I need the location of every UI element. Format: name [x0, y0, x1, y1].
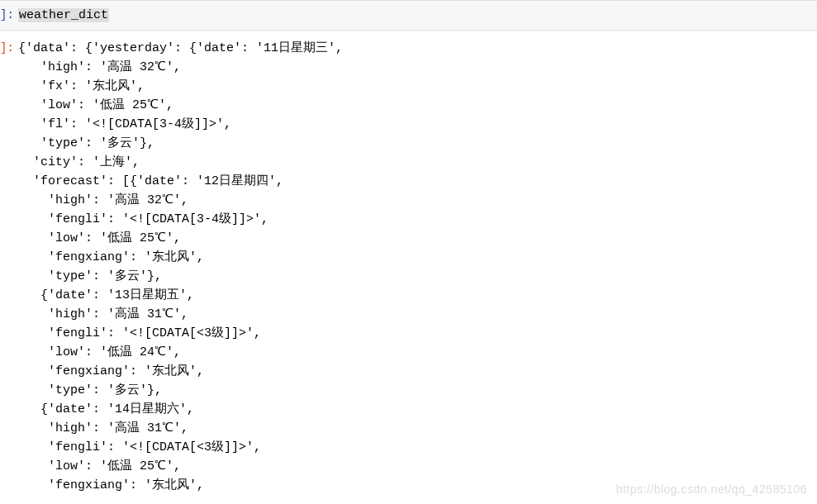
input-cell: ]: weather_dict [0, 0, 817, 31]
output-line: 'fx': '东北风', [18, 79, 145, 93]
output-line: 'fengxiang': '东北风', [18, 478, 204, 492]
output-line: 'fl': '<![CDATA[3-4级]]>', [18, 117, 231, 131]
output-line: 'high': '高温 31℃', [18, 421, 188, 435]
output-line: 'type': '多云'}, [18, 269, 162, 283]
output-line: {'date': '14日星期六', [18, 402, 194, 416]
output-cell: ]: {'data': {'yesterday': {'date': '11日星… [0, 31, 817, 498]
output-line: 'low': '低温 25℃', [18, 98, 173, 112]
input-code: weather_dict [18, 8, 109, 22]
output-line: 'fengli': '<![CDATA[3-4级]]>', [18, 212, 268, 226]
input-prompt: ]: [0, 6, 15, 25]
output-line: {'data': {'yesterday': {'date': '11日星期三'… [18, 41, 343, 55]
output-prompt: ]: [0, 39, 15, 495]
output-line: 'city': '上海', [18, 155, 140, 169]
output-line: 'fengli': '<![CDATA[<3级]]>', [18, 326, 261, 340]
output-line: 'low': '低温 24℃', [18, 345, 181, 359]
output-line: 'fengxiang': '东北风', [18, 250, 204, 264]
output-line: 'high': '高温 32℃', [18, 193, 188, 207]
output-line: 'type': '多云'}, [18, 383, 162, 397]
output-line: {'date': '13日星期五', [18, 288, 194, 302]
output-line: 'high': '高温 31℃', [18, 307, 188, 321]
output-line: 'low': '低温 25℃', [18, 459, 181, 473]
output-line: 'fengxiang': '东北风', [18, 364, 204, 378]
output-line: 'high': '高温 32℃', [18, 60, 181, 74]
output-area: {'data': {'yesterday': {'date': '11日星期三'… [15, 39, 817, 495]
output-line: 'type': '多云'}, [18, 136, 154, 150]
output-line: 'forecast': [{'date': '12日星期四', [18, 174, 283, 188]
watermark: https://blog.csdn.net/qq_42585106 [616, 480, 807, 499]
output-line: 'low': '低温 25℃', [18, 231, 181, 245]
input-area[interactable]: weather_dict [15, 6, 817, 25]
output-line: 'fengli': '<![CDATA[<3级]]>', [18, 440, 261, 454]
